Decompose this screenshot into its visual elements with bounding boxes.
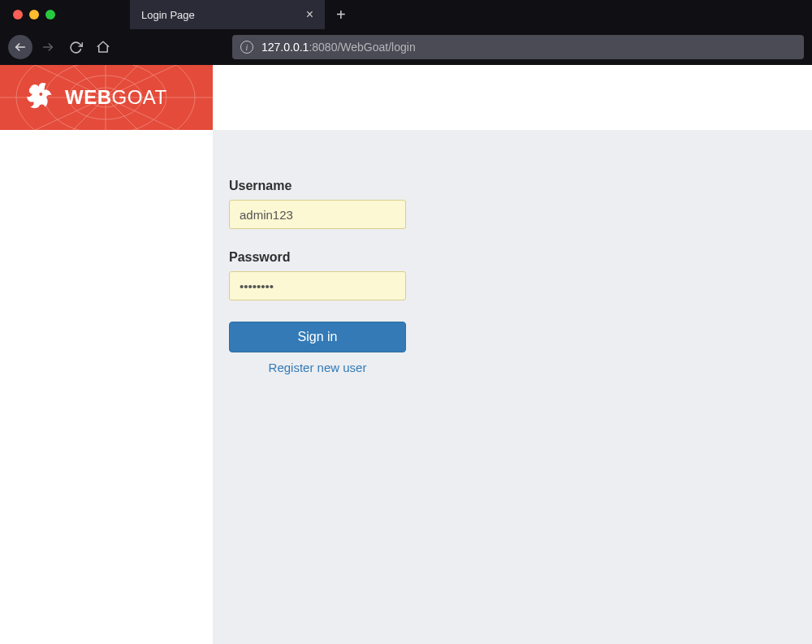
header-spacer <box>213 65 812 130</box>
window-controls <box>13 10 55 19</box>
browser-tab[interactable]: Login Page × <box>130 0 325 29</box>
goat-icon <box>23 80 57 115</box>
browser-toolbar: i 127.0.0.1:8080/WebGoat/login <box>0 29 812 65</box>
back-button[interactable] <box>8 35 32 59</box>
window-maximize-button[interactable] <box>45 10 55 19</box>
new-tab-button[interactable]: + <box>325 0 357 29</box>
brand-banner: WEBGOAT <box>0 65 213 130</box>
register-link[interactable]: Register new user <box>229 361 406 374</box>
url-text: 127.0.0.1:8080/WebGoat/login <box>261 41 416 54</box>
titlebar: Login Page × + <box>0 0 812 29</box>
brand-name: WEBGOAT <box>65 86 167 109</box>
home-icon <box>96 40 110 54</box>
window-close-button[interactable] <box>13 10 23 19</box>
address-bar[interactable]: i 127.0.0.1:8080/WebGoat/login <box>232 35 804 59</box>
close-icon[interactable]: × <box>303 7 317 22</box>
url-host: 127.0.0.1 <box>261 41 309 54</box>
password-group: Password <box>229 250 812 300</box>
password-input[interactable] <box>229 271 406 300</box>
login-panel: Username Password Sign in Register new u… <box>213 130 812 644</box>
tab-title: Login Page <box>141 9 195 21</box>
password-label: Password <box>229 250 812 265</box>
svg-point-13 <box>39 93 42 96</box>
reload-button[interactable] <box>63 35 88 59</box>
arrow-left-icon <box>14 41 27 54</box>
window-minimize-button[interactable] <box>29 10 39 19</box>
username-group: Username <box>229 179 812 229</box>
reload-icon <box>69 41 83 54</box>
browser-chrome: Login Page × + i 127.0.0.1:8080/WebGoat/… <box>0 0 812 65</box>
arrow-right-icon <box>41 41 54 54</box>
signin-button[interactable]: Sign in <box>229 322 406 352</box>
home-button[interactable] <box>91 35 115 59</box>
brand-name-bold: WEB <box>65 86 112 108</box>
main-column: Username Password Sign in Register new u… <box>213 65 812 644</box>
url-path: :8080/WebGoat/login <box>309 41 415 54</box>
brand-name-rest: GOAT <box>112 86 167 108</box>
actions: Sign in Register new user <box>229 322 812 374</box>
page-body: WEBGOAT Username Password Sign in Regist… <box>0 65 812 644</box>
info-icon[interactable]: i <box>240 41 253 54</box>
forward-button[interactable] <box>36 35 60 59</box>
username-label: Username <box>229 179 812 193</box>
brand-logo: WEBGOAT <box>23 80 167 115</box>
left-column: WEBGOAT <box>0 65 213 644</box>
username-input[interactable] <box>229 200 406 229</box>
